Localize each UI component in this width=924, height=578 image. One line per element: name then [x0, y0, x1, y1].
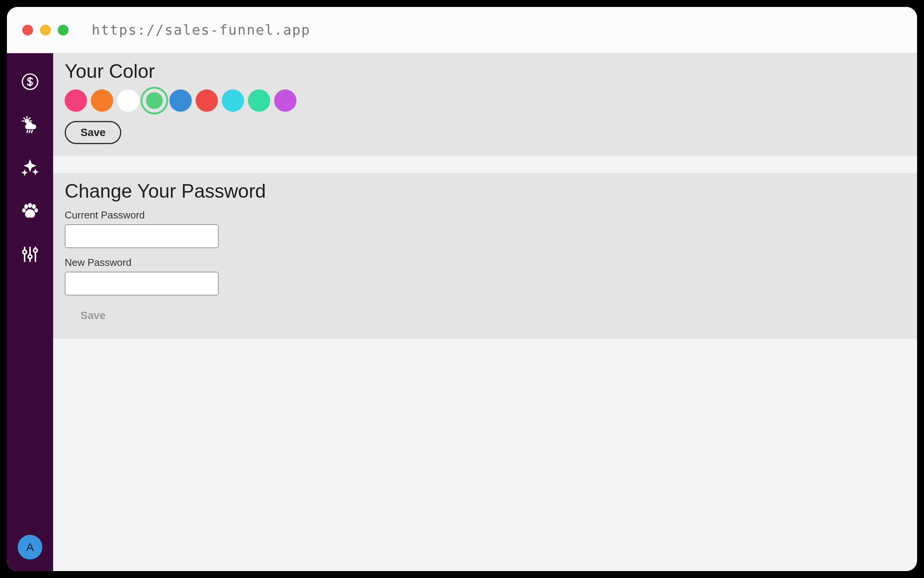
avatar-initial: A — [26, 541, 34, 554]
svg-point-4 — [32, 205, 35, 208]
new-password-label: New Password — [65, 257, 906, 269]
browser-chrome: https://sales-funnel.app — [7, 7, 917, 53]
color-swatch[interactable] — [274, 89, 296, 112]
svg-point-6 — [22, 208, 25, 212]
color-swatch[interactable] — [117, 89, 139, 112]
dollar-icon — [21, 72, 39, 92]
sidebar-item-pets[interactable] — [18, 200, 42, 223]
window-zoom-button[interactable] — [58, 25, 69, 35]
app-body: A Your Color Save Change Your Password C… — [7, 53, 917, 571]
window-close-button[interactable] — [22, 25, 33, 35]
color-swatch[interactable] — [196, 89, 218, 112]
current-password-input[interactable] — [65, 224, 219, 248]
weather-icon — [21, 116, 39, 136]
sidebar-item-highlights[interactable] — [18, 157, 42, 180]
user-avatar[interactable]: A — [18, 535, 42, 560]
svg-point-2 — [25, 205, 28, 208]
color-swatch[interactable] — [91, 89, 113, 112]
browser-window: https://sales-funnel.app — [7, 7, 917, 571]
color-swatch[interactable] — [169, 89, 192, 112]
main-content: Your Color Save Change Your Password Cur… — [53, 53, 917, 571]
password-section: Change Your Password Current Password Ne… — [53, 173, 917, 339]
sidebar-item-weather[interactable] — [18, 114, 42, 137]
color-swatch-row — [65, 89, 906, 112]
paw-icon — [21, 202, 39, 222]
color-section-title: Your Color — [65, 60, 906, 82]
svg-point-11 — [28, 255, 32, 259]
svg-point-3 — [28, 203, 32, 207]
current-password-label: Current Password — [65, 209, 906, 221]
new-password-group: New Password — [65, 257, 906, 296]
svg-point-10 — [23, 250, 27, 254]
color-swatch[interactable] — [248, 89, 270, 112]
save-color-button[interactable]: Save — [65, 121, 121, 144]
sparkles-icon — [21, 159, 39, 179]
current-password-group: Current Password — [65, 209, 906, 248]
color-swatch[interactable] — [65, 89, 87, 112]
save-password-button[interactable]: Save — [65, 304, 121, 327]
color-swatch[interactable] — [143, 89, 166, 112]
settings-sliders-icon — [21, 245, 39, 265]
new-password-input[interactable] — [65, 272, 219, 296]
window-minimize-button[interactable] — [40, 25, 51, 35]
color-section: Your Color Save — [53, 53, 917, 156]
sidebar-item-settings[interactable] — [18, 244, 42, 267]
svg-point-5 — [35, 208, 37, 212]
sidebar-item-sales[interactable] — [18, 71, 42, 94]
color-swatch[interactable] — [222, 89, 244, 112]
sidebar: A — [7, 53, 53, 571]
password-section-title: Change Your Password — [65, 180, 906, 202]
address-bar-url: https://sales-funnel.app — [92, 22, 310, 38]
window-controls — [22, 25, 69, 35]
svg-point-12 — [33, 249, 37, 252]
